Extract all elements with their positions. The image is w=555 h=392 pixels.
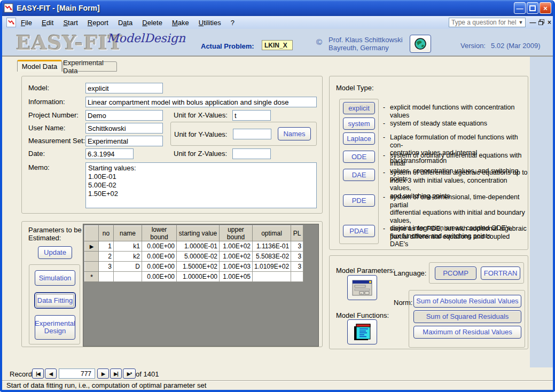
date-input[interactable] xyxy=(85,148,134,159)
unit-z-input[interactable] xyxy=(232,148,271,159)
model-label: Model: xyxy=(28,84,49,92)
pdae-description: same as for PDE, but with additional alg… xyxy=(390,225,528,248)
names-button[interactable]: Names xyxy=(278,127,311,140)
current-row-marker[interactable]: ▶ xyxy=(85,241,99,252)
memo-label: Memo: xyxy=(28,163,50,171)
language-label: Language: xyxy=(394,269,426,277)
new-row-marker[interactable]: * xyxy=(85,272,99,282)
child-restore-icon[interactable] xyxy=(537,18,545,26)
model-design-brand: ModelDesign xyxy=(107,32,185,45)
unit-z-label: Unit for Z-Values: xyxy=(174,150,227,158)
table-row[interactable]: 3 D 0.00E+00 1.5000E+02 1.00E+03 1.0109E… xyxy=(85,262,303,272)
simulation-button[interactable]: Simulation xyxy=(35,270,75,286)
experimental-design-button[interactable]: Experimental Design xyxy=(35,315,75,340)
next-record-button[interactable]: ▶ xyxy=(97,369,109,379)
model-input[interactable] xyxy=(85,83,163,93)
model-parameters-label: Model Parameters: xyxy=(336,266,395,275)
model-type-pdae-button[interactable]: PDAE xyxy=(343,225,375,237)
row-selector-header xyxy=(85,226,99,241)
document-icon xyxy=(353,323,371,341)
menu-start[interactable]: Start xyxy=(58,17,82,28)
globe-icon xyxy=(414,37,427,50)
user-name-input[interactable] xyxy=(85,123,163,134)
language-pcomp-button[interactable]: PCOMP xyxy=(435,266,476,280)
child-close-icon[interactable]: × xyxy=(545,18,553,26)
record-total: of 1401 xyxy=(136,370,159,378)
parameters-table[interactable]: no name lower bound starting value upper… xyxy=(84,225,303,282)
data-fitting-button[interactable]: Data Fitting xyxy=(35,293,75,308)
norm-absolute-button[interactable]: Sum of Absolute Residual Values xyxy=(413,295,521,308)
menu-file[interactable]: File xyxy=(16,17,37,28)
unit-x-label: Unit for X-Values: xyxy=(174,111,228,119)
memo-field[interactable]: Starting values: 1.00E-01 5.00E-02 1.50E… xyxy=(85,162,317,208)
project-number-input[interactable] xyxy=(85,110,163,121)
record-number-input[interactable] xyxy=(59,369,95,379)
model-functions-label: Model Functions: xyxy=(336,311,389,319)
model-parameters-button[interactable]: × xyxy=(347,275,377,300)
model-type-dae-button[interactable]: DAE xyxy=(343,169,375,181)
help-dropdown-icon[interactable]: ▼ xyxy=(517,20,525,25)
globe-button[interactable] xyxy=(410,35,431,53)
unit-y-input[interactable] xyxy=(233,129,271,139)
language-groupbox: PCOMP FORTRAN xyxy=(429,262,524,284)
information-input[interactable] xyxy=(85,97,317,107)
menu-utilities[interactable]: Utilities xyxy=(194,17,226,28)
window-title: EASY-FIT - [Main Form] xyxy=(17,4,100,12)
unit-x-input[interactable] xyxy=(232,110,271,121)
norm-squared-button[interactable]: Sum of Squared Residuals xyxy=(413,310,521,323)
easy-fit-window: EASY-FIT - [Main Form] — × File Edit Sta… xyxy=(0,0,555,392)
status-text: Start of data fitting run, i.e., computa… xyxy=(6,381,206,389)
copyright-icon: © xyxy=(316,37,322,46)
help-question-input[interactable] xyxy=(449,19,517,26)
model-type-system-button[interactable]: system xyxy=(343,117,375,130)
menu-delete[interactable]: Delete xyxy=(137,17,167,28)
maximize-button[interactable] xyxy=(527,2,538,14)
record-label: Record: xyxy=(10,370,34,378)
tab-model-data[interactable]: Model Data xyxy=(17,60,62,72)
col-pl: PL xyxy=(291,226,303,241)
model-type-laplace-button[interactable]: Laplace xyxy=(343,132,375,145)
col-no: no xyxy=(99,226,114,241)
help-question-box[interactable]: ▼ xyxy=(449,18,526,27)
col-name: name xyxy=(114,226,142,241)
first-record-button[interactable]: |◀ xyxy=(32,369,44,379)
menu-report[interactable]: Report xyxy=(83,17,113,28)
table-row[interactable]: ▶ 1 k1 0.00E+00 1.0000E-01 1.00E+02 1.11… xyxy=(85,241,303,252)
menu-edit[interactable]: Edit xyxy=(37,17,58,28)
child-minimize-icon[interactable]: — xyxy=(529,18,537,26)
update-button[interactable]: Update xyxy=(38,246,72,259)
measurement-set-label: Measurement Set: xyxy=(28,137,85,145)
actual-problem-label: Actual Problem: xyxy=(201,42,254,50)
language-fortran-button[interactable]: FORTRAN xyxy=(481,266,520,280)
project-number-label: Project Number: xyxy=(28,111,79,119)
version-label: Version: xyxy=(460,42,486,50)
dialog-window-icon: × xyxy=(352,280,372,296)
model-type-pde-button[interactable]: PDE xyxy=(343,194,375,207)
app-icon xyxy=(4,3,13,13)
table-header-row: no name lower bound starting value upper… xyxy=(85,226,303,241)
table-new-row[interactable]: * 0.00E+00 1.0000E+00 1.00E+05 xyxy=(85,272,303,282)
menu-make[interactable]: Make xyxy=(167,17,194,28)
information-label: Information: xyxy=(28,98,65,106)
form-chart-icon[interactable] xyxy=(6,18,16,27)
model-type-ode-button[interactable]: ODE xyxy=(343,151,375,163)
minimize-button[interactable]: — xyxy=(514,2,526,14)
author-credit: Prof. Klaus Schittkowski Bayreuth, Germa… xyxy=(329,36,403,52)
menu-data[interactable]: Data xyxy=(113,17,137,28)
measurement-set-input[interactable] xyxy=(85,136,163,146)
menu-help[interactable]: ? xyxy=(226,17,239,28)
header-band: EASY-FIT ModelDesign Actual Problem: LKI… xyxy=(2,29,553,57)
new-record-button[interactable]: ▶* xyxy=(123,369,136,379)
norm-maximum-button[interactable]: Maximum of Residual Values xyxy=(413,326,521,339)
model-type-explicit-button[interactable]: explicit xyxy=(343,102,375,114)
model-functions-button[interactable] xyxy=(347,319,377,344)
actual-problem-field[interactable]: LKIN_X xyxy=(262,40,293,50)
menu-bar: File Edit Start Report Data Delete Make … xyxy=(2,16,553,29)
tab-experimental-data[interactable]: Experimental Data xyxy=(62,61,117,72)
table-row[interactable]: 2 k2 0.00E+00 5.0000E-02 1.00E+02 5.5083… xyxy=(85,252,303,262)
run-buttons-groupbox: Simulation Data Fitting Experimental Des… xyxy=(29,264,80,344)
previous-record-button[interactable]: ◀ xyxy=(45,369,57,379)
model-type-groupbox: Model Type: explicit system Laplace ODE … xyxy=(329,76,528,250)
close-button[interactable]: × xyxy=(540,2,551,14)
last-record-button[interactable]: ▶| xyxy=(110,369,122,379)
